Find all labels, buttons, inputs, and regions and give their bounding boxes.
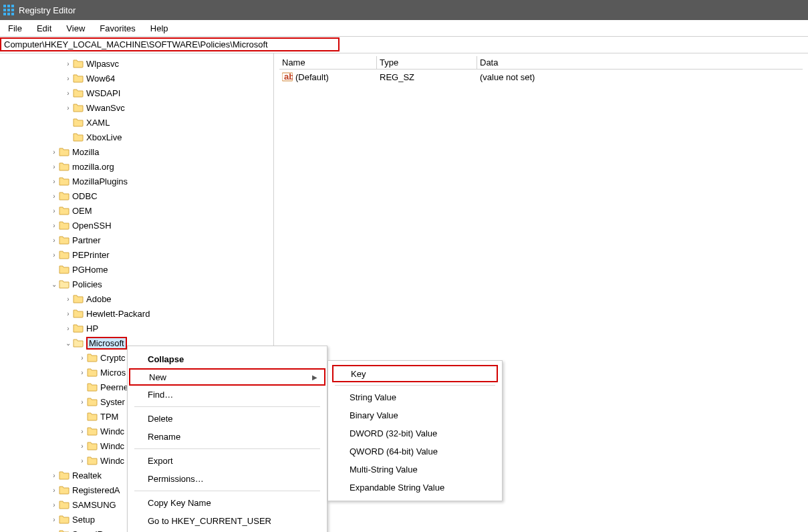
chevron-right-icon[interactable]: › [49,222,59,229]
ctx-find[interactable]: Find… [128,386,327,404]
ctx-collapse[interactable]: Collapse [128,350,327,368]
chevron-right-icon[interactable]: › [78,457,87,464]
menu-fav[interactable]: Favorites [100,23,135,33]
tree-item[interactable]: ›MozillaPlugins [0,174,273,188]
folder-icon [73,323,84,334]
col-name[interactable]: Name [279,56,377,69]
chevron-right-icon[interactable]: › [49,207,59,215]
tree-item[interactable]: ›WwanSvc [0,100,273,115]
chevron-right-icon[interactable]: › [49,237,59,244]
chevron-right-icon[interactable]: › [49,472,59,479]
tree-item[interactable]: ›Mozilla [0,144,273,159]
sub-dword[interactable]: DWORD (32-bit) Value [328,424,502,442]
tree-item[interactable]: ›ODBC [0,188,273,203]
tree-label: Cryptc [100,353,126,363]
chevron-right-icon[interactable]: › [49,192,59,200]
chevron-right-icon[interactable]: › [63,75,73,82]
chevron-right-icon[interactable]: › [78,369,87,376]
chevron-right-icon[interactable]: › [63,60,73,68]
tree-item[interactable]: ›PEPrinter [0,247,273,262]
tree-item[interactable]: ›Hewlett-Packard [0,306,273,321]
ctx-delete[interactable]: Delete [128,410,327,428]
chevron-right-icon[interactable]: › [78,398,87,406]
folder-icon [59,146,70,157]
ctx-new[interactable]: New ▶ [129,368,325,386]
chevron-down-icon[interactable]: ⌄ [63,340,73,347]
menu-help[interactable]: Help [150,23,168,33]
sub-multi[interactable]: Multi-String Value [328,460,502,479]
chevron-right-icon[interactable]: › [63,104,73,112]
sub-expand[interactable]: Expandable String Value [328,479,502,497]
folder-icon [73,102,84,113]
tree-label: Wow64 [86,74,115,84]
tree-label: SoundResearch [72,529,134,533]
chevron-right-icon[interactable]: › [49,501,59,509]
chevron-right-icon[interactable]: › [63,310,73,317]
sub-qword[interactable]: QWORD (64-bit) Value [328,442,502,460]
tree-item[interactable]: ›Adobe [0,291,273,306]
chevron-down-icon[interactable]: ⌄ [49,281,59,288]
tree-item[interactable]: ⌄Policies [0,277,273,291]
tree-item[interactable]: ›OEM [0,203,273,218]
tree-label: Partner [72,235,101,245]
chevron-right-icon: ▶ [312,374,317,381]
folder-icon [59,264,70,275]
chevron-right-icon[interactable]: › [78,428,87,435]
value-row[interactable]: ab (Default) REG_SZ (value not set) [279,70,803,84]
svg-rect-6 [3,13,6,15]
tree-label: HP [86,323,98,334]
chevron-right-icon[interactable]: › [49,251,59,259]
chevron-right-icon[interactable]: › [49,148,59,156]
folder-icon [73,117,84,128]
chevron-right-icon[interactable]: › [78,354,87,362]
chevron-right-icon[interactable]: › [63,90,73,97]
tree-item[interactable]: ›HP [0,321,273,336]
tree-label: XboxLive [86,132,122,142]
sub-string[interactable]: String Value [328,388,502,406]
tree-item[interactable]: ›Wlpasvc [0,56,273,71]
ctx-permissions[interactable]: Permissions… [128,470,327,488]
value-type: REG_SZ [377,70,477,84]
tree-item[interactable]: PGHome [0,262,273,277]
col-type[interactable]: Type [377,56,477,69]
tree-label: TPM [100,412,118,422]
ctx-goto-hkcu[interactable]: Go to HKEY_CURRENT_USER [128,512,327,530]
folder-icon [73,58,84,69]
chevron-right-icon[interactable]: › [63,295,73,303]
folder-icon [73,338,84,348]
chevron-right-icon[interactable]: › [63,325,73,332]
folder-icon [59,190,70,201]
chevron-right-icon[interactable]: › [49,487,59,494]
chevron-right-icon[interactable]: › [49,163,59,170]
tree-item[interactable]: ›Partner [0,233,273,247]
menu-view[interactable]: View [66,23,85,33]
menu-edit[interactable]: Edit [37,23,51,33]
tree-item[interactable]: XboxLive [0,130,273,144]
chevron-right-icon[interactable]: › [49,516,59,523]
tree-item[interactable]: ›mozilla.org [0,159,273,174]
folder-icon [59,161,70,172]
tree-item[interactable]: XAML [0,115,273,130]
folder-icon [73,88,84,98]
app-icon [3,4,15,16]
chevron-right-icon[interactable]: › [49,178,59,185]
ctx-export[interactable]: Export [128,452,327,470]
tree-label: Microsoft [86,337,127,350]
folder-icon [87,352,98,363]
sub-key[interactable]: Key [332,365,498,382]
tree-label: Micros [100,368,126,378]
folder-icon [73,73,84,84]
ctx-copy-key[interactable]: Copy Key Name [128,494,327,512]
address-bar[interactable]: Computer\HKEY_LOCAL_MACHINE\SOFTWARE\Pol… [0,37,340,51]
tree-label: WwanSvc [86,103,125,113]
tree-label: RegisteredA [72,485,120,495]
ctx-rename[interactable]: Rename [128,428,327,446]
col-data[interactable]: Data [477,56,803,69]
tree-item[interactable]: ›Wow64 [0,71,273,86]
menu-file[interactable]: File [8,23,22,33]
tree-item[interactable]: ›OpenSSH [0,218,273,233]
chevron-right-icon[interactable]: › [78,442,87,450]
tree-item[interactable]: ›WSDAPI [0,86,273,100]
folder-icon [59,249,70,260]
sub-binary[interactable]: Binary Value [328,406,502,424]
